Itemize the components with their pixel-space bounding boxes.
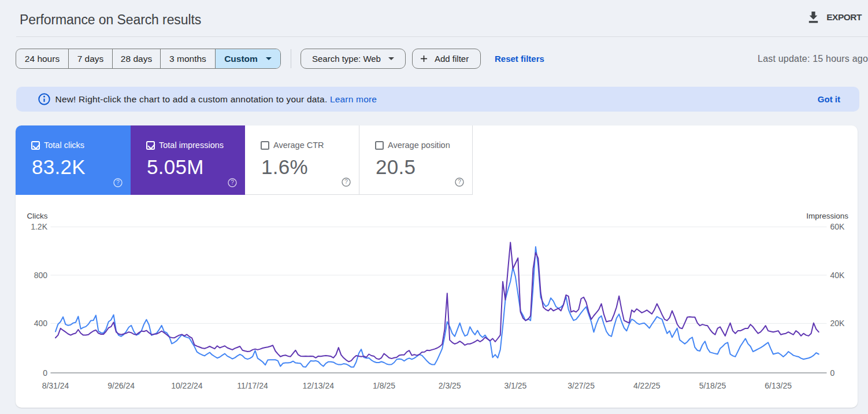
svg-text:800: 800 [34, 271, 48, 280]
svg-text:3/1/25: 3/1/25 [504, 381, 526, 390]
svg-text:12/13/24: 12/13/24 [303, 381, 335, 390]
svg-text:5/18/25: 5/18/25 [699, 381, 726, 390]
svg-text:3/27/25: 3/27/25 [567, 381, 595, 390]
svg-text:40K: 40K [830, 271, 845, 280]
svg-text:400: 400 [34, 319, 48, 328]
svg-text:9/26/24: 9/26/24 [107, 381, 135, 390]
svg-text:2/3/25: 2/3/25 [439, 381, 461, 390]
svg-text:0: 0 [43, 368, 47, 378]
svg-text:20K: 20K [830, 319, 845, 328]
svg-text:11/17/24: 11/17/24 [237, 381, 268, 390]
svg-text:1/8/25: 1/8/25 [373, 381, 395, 390]
svg-text:6/13/25: 6/13/25 [765, 381, 792, 390]
svg-text:0: 0 [830, 368, 835, 378]
svg-text:Impressions: Impressions [806, 212, 848, 220]
svg-text:60K: 60K [830, 222, 845, 231]
svg-text:10/22/24: 10/22/24 [171, 381, 203, 390]
svg-text:8/31/24: 8/31/24 [42, 381, 69, 390]
svg-text:1.2K: 1.2K [31, 222, 47, 231]
svg-text:4/22/25: 4/22/25 [633, 381, 661, 390]
svg-text:Clicks: Clicks [27, 212, 48, 220]
